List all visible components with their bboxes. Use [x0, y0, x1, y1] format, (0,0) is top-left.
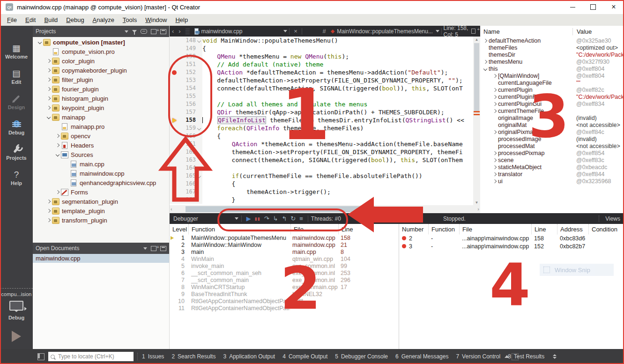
code-line[interactable]: 160 {: [170, 132, 473, 140]
breakpoint-margin[interactable]: [170, 148, 179, 156]
output-pane-general-messages[interactable]: 6General Messages: [395, 353, 448, 360]
mode-debug[interactable]: Debug: [0, 115, 33, 139]
breakpoint-margin[interactable]: [170, 132, 179, 140]
menu-edit[interactable]: Edit: [21, 16, 40, 23]
tree-item[interactable]: Headers: [33, 141, 169, 150]
locator-box[interactable]: [48, 352, 134, 361]
locals-row[interactable]: processedPixmap@0xeff854: [480, 149, 624, 156]
step-over-icon[interactable]: ↷: [264, 215, 269, 222]
mode-design[interactable]: Design: [0, 89, 33, 114]
locator-input[interactable]: [57, 353, 134, 360]
menu-build[interactable]: Build: [40, 16, 62, 23]
code-line[interactable]: 148void MainWindow::populateThemesMenu(): [170, 37, 473, 45]
chevron-right-icon[interactable]: [491, 89, 498, 91]
locals-row[interactable]: originalImage(invalid): [480, 114, 624, 121]
chevron-right-icon[interactable]: [491, 96, 498, 98]
code-line[interactable]: 152 QAction *defaultThemeAction = themes…: [170, 68, 473, 76]
tree-item[interactable]: opencv: [33, 131, 169, 141]
scroll-down-icon[interactable]: ▼: [473, 200, 480, 205]
symbol-selector[interactable]: MainWindow::populateThemesMenu...: [337, 28, 433, 35]
locals-row[interactable]: currentLanguageFile"": [480, 79, 624, 86]
stack-frame-row[interactable]: 7__scrt_common_mainexe_common.inl296: [170, 276, 399, 283]
tree-item[interactable]: fourier_plugin: [33, 84, 169, 94]
fold-marker-icon[interactable]: [196, 172, 202, 180]
minimize-button[interactable]: [562, 0, 583, 14]
tree-item[interactable]: mainwindow.cpp: [33, 169, 169, 178]
locals-row[interactable]: defaultThemeAction@0x325ae30: [480, 37, 624, 44]
tree-item[interactable]: template_plugin: [33, 206, 169, 215]
chevron-right-icon[interactable]: [45, 69, 52, 72]
scrollbar-thumb[interactable]: [186, 206, 375, 212]
locals-row[interactable]: currentThemeFile: [480, 107, 624, 114]
menu-help[interactable]: Help: [171, 16, 192, 23]
chevron-right-icon[interactable]: [482, 39, 489, 42]
step-out-icon[interactable]: ↰: [282, 215, 287, 222]
kit-expand-caret-icon[interactable]: [24, 307, 27, 311]
locals-row[interactable]: this@0xeff804: [480, 65, 624, 72]
tree-item[interactable]: mainapp.pro: [33, 122, 169, 131]
editor-horizontal-scrollbar[interactable]: ‹ ›: [170, 205, 480, 213]
tree-item[interactable]: compute_vision.pro: [33, 47, 169, 56]
menu-window[interactable]: Window: [141, 16, 171, 23]
column-header-number[interactable]: Number: [399, 224, 428, 234]
locals-row[interactable]: currentPlugin@0xeff82c: [480, 86, 624, 93]
interrupt-icon[interactable]: ▮▮: [255, 216, 260, 221]
chevron-right-icon[interactable]: [491, 152, 498, 155]
mode-projects[interactable]: Projects: [0, 140, 33, 164]
column-header-address[interactable]: Address: [557, 224, 588, 234]
locals-row[interactable]: processedImage(invalid): [480, 135, 624, 142]
scroll-right-icon[interactable]: ›: [477, 206, 479, 212]
chevron-right-icon[interactable]: [45, 78, 52, 81]
code-line[interactable]: 157 QDir themesDir(qApp->applicationDirP…: [170, 108, 473, 116]
tree-item[interactable]: copymakeborder_plugin: [33, 66, 169, 75]
fold-marker-icon[interactable]: [196, 124, 202, 132]
output-pane-updown-icon[interactable]: [553, 354, 557, 359]
menu-tools[interactable]: Tools: [119, 16, 141, 23]
locals-row[interactable]: themesMenu@0x327f930: [480, 58, 624, 65]
chevron-right-icon[interactable]: [491, 166, 498, 169]
locals-row[interactable]: scene@0xeff83c: [480, 156, 624, 163]
breakpoint-margin[interactable]: [170, 52, 179, 60]
stack-frame-row[interactable]: 10RtlGetAppContainerNamedObjectPathntdll: [170, 297, 399, 305]
close-document-icon[interactable]: ×: [294, 28, 297, 35]
menu-file[interactable]: File: [3, 16, 21, 23]
continue-icon[interactable]: ▶: [246, 215, 251, 222]
stack-frame-row[interactable]: 1MainWindow::populateThemesMenumainwindo…: [170, 234, 399, 241]
symbol-dropdown-icon[interactable]: [436, 30, 439, 32]
restart-icon[interactable]: ↻: [290, 215, 296, 222]
menu-analyze[interactable]: Analyze: [89, 16, 119, 23]
column-value[interactable]: Value: [572, 28, 592, 35]
code-line[interactable]: 165 if(currentThemeFile == themeFile.abs…: [170, 172, 473, 180]
breakpoint-margin[interactable]: [170, 60, 179, 68]
chevron-right-icon[interactable]: [491, 180, 498, 183]
split-panel-icon[interactable]: [151, 29, 156, 34]
code-line[interactable]: 150 QMenu *themesMenu = new QMenu(this);: [170, 52, 473, 60]
chevron-right-icon[interactable]: [45, 200, 52, 203]
breakpoint-margin[interactable]: [170, 84, 179, 92]
locals-row[interactable]: themeFiles<optimized out>: [480, 44, 624, 51]
chevron-right-icon[interactable]: [45, 59, 52, 62]
locals-row[interactable]: [QMainWindow]@0xeff804: [480, 72, 624, 79]
tree-item[interactable]: compute_vision [master]: [33, 37, 169, 47]
split-panel-icon[interactable]: [151, 246, 156, 251]
scroll-left-icon[interactable]: ‹: [171, 206, 172, 212]
close-panel-icon[interactable]: [160, 246, 166, 251]
file-dropdown-icon[interactable]: [283, 30, 287, 32]
column-header-function[interactable]: Function: [188, 224, 290, 234]
mode-welcome[interactable]: ▦Welcome: [0, 39, 33, 63]
panel-dropdown-icon[interactable]: [143, 247, 147, 250]
code-line[interactable]: 151 // Add default (native) theme: [170, 60, 473, 68]
output-pane-application-output[interactable]: 3Application Output: [223, 353, 275, 360]
locals-row[interactable]: staticMetaObject@0xbeacdc: [480, 163, 624, 171]
chevron-right-icon[interactable]: [54, 144, 61, 147]
threads-dropdown-icon[interactable]: [364, 217, 367, 220]
panel-dropdown-icon[interactable]: [125, 30, 128, 33]
chevron-right-icon[interactable]: [45, 219, 52, 222]
breakpoint-margin[interactable]: [170, 92, 179, 100]
code-line[interactable]: 149{: [170, 45, 473, 52]
locals-row[interactable]: originalPixmap@0xeff84c: [480, 128, 624, 135]
stack-frame-row[interactable]: 6__scrt_common_main_sehexe_common.inl253: [170, 269, 399, 276]
line-column-hash-icon[interactable]: #: [322, 28, 326, 35]
column-header-line[interactable]: Line: [531, 224, 557, 234]
column-header-file[interactable]: File: [290, 224, 338, 234]
